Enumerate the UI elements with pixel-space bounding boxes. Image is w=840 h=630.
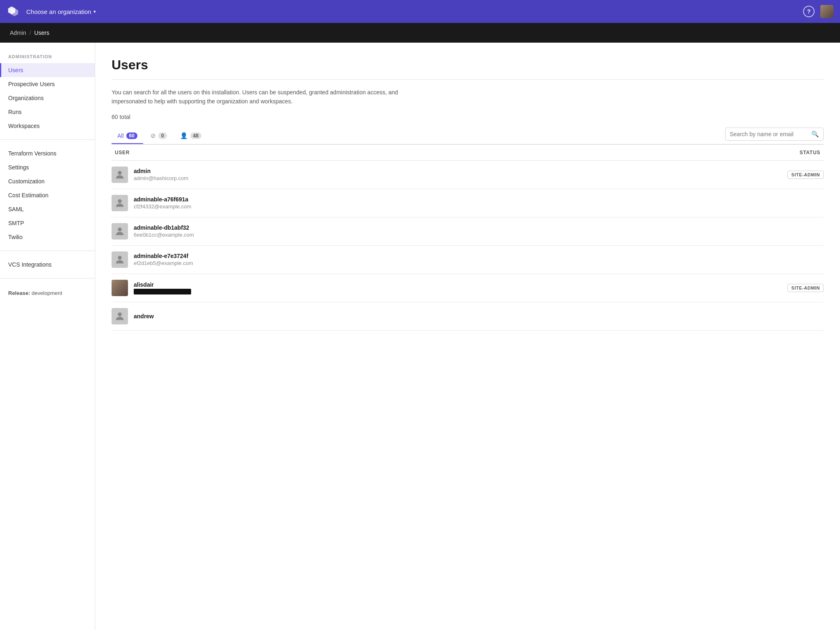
release-label: Release:: [8, 290, 30, 296]
user-name: adminable-e7e3724f: [134, 253, 193, 259]
breadcrumb: Admin / Users: [0, 23, 840, 43]
user-status: SITE-ADMIN: [750, 171, 824, 179]
column-user: User: [112, 150, 750, 155]
svg-point-3: [118, 256, 121, 259]
user-info: adminable-e7e3724f ef2d1eb5@example.com: [112, 251, 750, 268]
svg-point-4: [118, 312, 121, 316]
user-email: admin@hashicorp.com: [134, 175, 188, 181]
breadcrumb-admin[interactable]: Admin: [10, 30, 26, 36]
main-layout: Administration Users Prospective Users O…: [0, 43, 840, 630]
user-avatar: [112, 280, 128, 296]
user-details: admin admin@hashicorp.com: [134, 168, 188, 181]
filter-tabs: All 60 ⊘ 0 👤 48: [112, 128, 207, 144]
sidebar-item-organizations[interactable]: Organizations: [0, 91, 95, 105]
chevron-down-icon: ▾: [94, 9, 96, 14]
sidebar-item-twilio[interactable]: Twilio: [0, 230, 95, 244]
org-selector-label: Choose an organization: [26, 8, 91, 15]
main-content: Users You can search for all the users o…: [95, 43, 840, 630]
user-name: adminable-db1abf32: [134, 224, 194, 231]
column-status: Status: [750, 150, 824, 155]
page-divider: [112, 79, 824, 80]
user-details: adminable-db1abf32 6ee0b1cc@example.com: [134, 224, 194, 238]
user-info: adminable-db1abf32 6ee0b1cc@example.com: [112, 223, 750, 240]
user-info: andrew: [112, 308, 750, 324]
sidebar-section-label: Administration: [0, 54, 95, 63]
user-photo: [112, 280, 128, 296]
filter-tab-all[interactable]: All 60: [112, 128, 143, 144]
sidebar-divider-3: [0, 278, 95, 278]
filter-managed-badge: 48: [190, 132, 201, 139]
user-name: admin: [134, 168, 188, 174]
user-avatar: [112, 195, 128, 211]
org-selector[interactable]: Choose an organization ▾: [26, 8, 96, 15]
user-status: SITE-ADMIN: [750, 284, 824, 292]
table-header: User Status: [112, 145, 824, 161]
search-container[interactable]: 🔍: [725, 128, 824, 141]
user-details: adminable-e7e3724f ef2d1eb5@example.com: [134, 253, 193, 266]
user-row[interactable]: alisdair SITE-ADMIN: [112, 274, 824, 302]
sidebar-item-terraform-versions[interactable]: Terraform Versions: [0, 146, 95, 160]
user-email: ef2d1eb5@example.com: [134, 260, 193, 266]
default-avatar-icon: [114, 169, 126, 180]
user-row[interactable]: adminable-db1abf32 6ee0b1cc@example.com: [112, 217, 824, 246]
managed-icon: 👤: [180, 132, 188, 139]
sidebar-item-vcs-integrations[interactable]: VCS Integrations: [0, 258, 95, 272]
user-avatar: [112, 223, 128, 240]
user-details: adminable-a76f691a cf2f4332@example.com: [134, 196, 191, 210]
page-description: You can search for all the users on this…: [112, 88, 431, 106]
svg-point-1: [118, 199, 121, 203]
user-info: alisdair: [112, 280, 750, 296]
sidebar-item-cost-estimation[interactable]: Cost Estimation: [0, 188, 95, 202]
user-details: andrew: [134, 313, 154, 320]
breadcrumb-users: Users: [34, 30, 50, 36]
avatar[interactable]: [820, 5, 833, 18]
default-avatar-icon: [114, 310, 126, 322]
user-email: cf2f4332@example.com: [134, 203, 191, 210]
sidebar-item-prospective-users[interactable]: Prospective Users: [0, 77, 95, 91]
filter-row: All 60 ⊘ 0 👤 48 🔍: [112, 128, 824, 145]
sidebar-divider-1: [0, 139, 95, 140]
default-avatar-icon: [114, 197, 126, 209]
user-name: alisdair: [134, 281, 191, 288]
user-row[interactable]: admin admin@hashicorp.com SITE-ADMIN: [112, 161, 824, 189]
release-value: development: [32, 290, 62, 296]
user-avatar: [112, 167, 128, 183]
terraform-logo[interactable]: [7, 5, 20, 18]
user-avatar: [112, 308, 128, 324]
user-email: 6ee0b1cc@example.com: [134, 232, 194, 238]
sidebar-item-workspaces[interactable]: Workspaces: [0, 119, 95, 133]
user-details: alisdair: [134, 281, 191, 294]
status-badge: SITE-ADMIN: [788, 171, 824, 179]
filter-all-badge: 60: [126, 132, 137, 139]
sidebar-item-customization[interactable]: Customization: [0, 174, 95, 188]
filter-tab-suspended[interactable]: ⊘ 0: [145, 128, 173, 144]
status-badge: SITE-ADMIN: [788, 284, 824, 292]
user-row[interactable]: adminable-a76f691a cf2f4332@example.com: [112, 189, 824, 217]
sidebar-item-settings[interactable]: Settings: [0, 160, 95, 174]
sidebar-item-saml[interactable]: SAML: [0, 202, 95, 216]
sidebar: Administration Users Prospective Users O…: [0, 43, 95, 630]
redacted-email: [134, 289, 191, 294]
sidebar-item-runs[interactable]: Runs: [0, 105, 95, 119]
search-input[interactable]: [730, 131, 808, 137]
filter-tab-managed[interactable]: 👤 48: [174, 128, 207, 144]
page-title: Users: [112, 57, 824, 73]
avatar-image: [820, 5, 833, 18]
suspended-icon: ⊘: [151, 132, 156, 139]
top-nav: Choose an organization ▾ ?: [0, 0, 840, 23]
user-row[interactable]: andrew: [112, 302, 824, 331]
svg-point-2: [118, 227, 121, 231]
help-icon[interactable]: ?: [803, 6, 815, 17]
sidebar-item-users[interactable]: Users: [0, 63, 95, 77]
search-icon: 🔍: [811, 130, 819, 138]
user-name: andrew: [134, 313, 154, 320]
user-info: admin admin@hashicorp.com: [112, 167, 750, 183]
default-avatar-icon: [114, 254, 126, 265]
user-row[interactable]: adminable-e7e3724f ef2d1eb5@example.com: [112, 246, 824, 274]
filter-suspended-badge: 0: [158, 132, 167, 139]
top-nav-right: ?: [803, 5, 833, 18]
sidebar-item-smtp[interactable]: SMTP: [0, 216, 95, 230]
svg-point-0: [118, 171, 121, 174]
sidebar-divider-2: [0, 251, 95, 251]
top-nav-left: Choose an organization ▾: [7, 5, 96, 18]
